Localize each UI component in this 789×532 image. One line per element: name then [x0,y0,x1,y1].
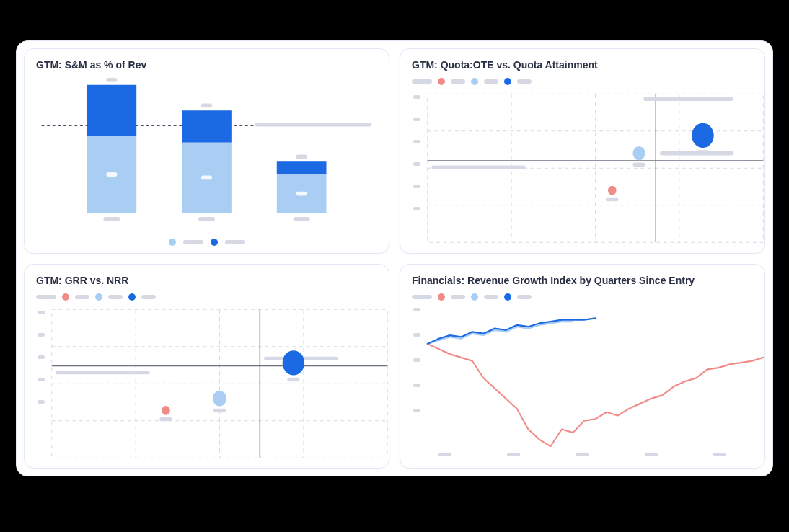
line-chart-svg [423,306,767,461]
legend-label-pill [108,295,123,299]
legend-label-pill [36,295,56,299]
tick-pill [413,308,420,311]
legend-label-pill [412,79,432,84]
legend-dot-blue [128,293,136,301]
tick-pill [413,95,420,99]
svg-rect-10 [201,175,212,179]
svg-rect-31 [632,163,645,167]
tick-pill [413,118,420,121]
card-title: GTM: S&M as % of Rev [36,59,379,71]
legend-dot-blue [504,293,511,301]
svg-point-48 [213,391,226,406]
svg-point-28 [608,186,616,195]
svg-rect-1 [255,123,371,127]
legend-label-pill [517,295,532,299]
svg-rect-4 [103,217,120,221]
chart-fin-line [410,306,754,461]
legend-label-pill [225,240,245,244]
legend-label-pill [484,79,498,84]
tick-pill [576,453,589,456]
svg-point-50 [283,350,305,375]
tick-pill [438,453,451,456]
card-title: GTM: GRR vs. NRR [36,275,379,286]
chart-quota-scatter [410,91,754,246]
legend-label-pill [183,240,203,244]
chart-legend [36,293,379,301]
y-axis-ticks [413,95,420,210]
svg-rect-16 [296,154,307,159]
scatter-chart-svg [48,306,392,461]
legend-label-pill [517,79,532,84]
legend-dot-blue [211,239,218,246]
card-grr-vs-nrr: GTM: GRR vs. NRR [24,264,389,469]
tick-pill [413,185,420,188]
tick-pill [413,384,420,387]
svg-rect-15 [296,192,307,196]
svg-point-46 [162,405,169,414]
svg-rect-13 [277,161,327,174]
legend-label-pill [484,295,498,299]
card-title: Financials: Revenue Growth Index by Quar… [412,275,754,286]
tick-pill [413,207,420,210]
y-axis-ticks [38,311,45,404]
svg-rect-51 [287,377,299,381]
tick-pill [507,453,520,456]
svg-rect-11 [201,103,212,107]
x-axis-ticks [410,453,754,456]
legend-dot-salmon [62,293,69,301]
tick-pill [413,358,420,362]
tick-pill [38,311,45,314]
chart-footer-legend [35,239,379,246]
svg-rect-44 [56,370,149,373]
tick-pill [38,400,45,404]
y-axis-ticks [413,308,420,412]
bar-chart-svg [35,78,379,233]
card-quota-ote-vs-attainment: GTM: Quota:OTE vs. Quota Attainment [400,48,765,254]
legend-label-pill [75,295,89,299]
svg-rect-49 [213,408,226,412]
card-revenue-growth-index: Financials: Revenue Growth Index by Quar… [400,264,765,469]
legend-dot-salmon [438,78,445,85]
legend-dot-lightblue [95,293,102,301]
svg-point-30 [632,146,645,160]
tick-pill [645,453,658,456]
card-sm-pct-of-rev: GTM: S&M as % of Rev [24,48,389,254]
svg-rect-14 [294,217,310,221]
chart-sm-bar [35,78,379,233]
legend-dot-salmon [438,293,445,301]
svg-rect-34 [643,97,733,101]
tick-pill [413,140,420,143]
tick-pill [413,409,420,412]
svg-rect-29 [606,198,618,201]
svg-rect-8 [182,110,232,142]
dashboard-board: GTM: S&M as % of Rev GTM: Quota:OTE vs. … [16,40,773,476]
svg-rect-26 [431,165,525,169]
chart-grr-scatter [35,306,379,461]
chart-legend [412,293,754,301]
tick-pill [413,162,420,166]
legend-dot-lightblue [471,293,478,301]
svg-rect-5 [106,172,117,177]
tick-pill [38,378,45,381]
tick-pill [38,333,45,337]
scatter-chart-svg [423,91,767,246]
card-title: GTM: Quota:OTE vs. Quota Attainment [412,59,754,71]
svg-rect-9 [198,217,215,221]
svg-rect-3 [87,85,137,136]
legend-dot-lightblue [471,78,478,85]
legend-label-pill [412,295,432,299]
tick-pill [713,453,726,456]
tick-pill [413,333,420,337]
legend-label-pill [451,295,465,299]
svg-rect-47 [159,417,172,420]
svg-rect-6 [106,78,117,82]
svg-rect-33 [697,150,709,154]
legend-label-pill [451,79,465,84]
tick-pill [38,355,45,359]
legend-label-pill [141,295,156,299]
dashboard-stage: GTM: S&M as % of Rev GTM: Quota:OTE vs. … [0,0,789,532]
legend-dot-lightblue [169,239,176,246]
svg-point-32 [692,123,714,148]
legend-dot-blue [504,78,511,85]
chart-legend [412,78,754,85]
